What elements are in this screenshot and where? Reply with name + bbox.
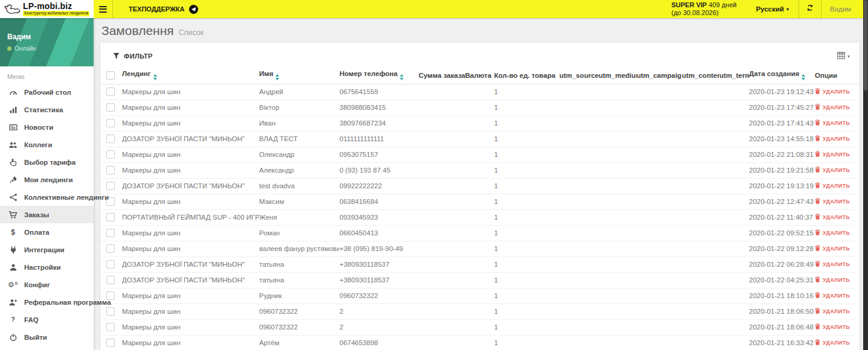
column-header[interactable]: Сумма заказа [419,69,465,84]
sidebar-item-logout[interactable]: Выйти [0,328,94,346]
delete-button[interactable]: УДАЛИТЬ [815,151,850,158]
cell-utm-content [682,178,719,194]
column-header[interactable]: Валюта [465,69,494,84]
trash-icon [815,276,820,284]
sidebar-item-my-landings[interactable]: Мои лендинги [0,171,94,188]
sidebar-item-orders[interactable]: Заказы [0,206,94,223]
sort-icon[interactable] [802,74,805,80]
column-header[interactable]: Номер телефона [339,69,419,84]
column-header[interactable]: Опции [815,69,860,84]
cell-utm-medium [599,178,637,194]
sidebar-item-settings[interactable]: Настройки [0,258,94,276]
sidebar-item-referral[interactable]: Реферальная программа [0,293,94,311]
cell-utm-term [719,147,749,162]
cell-phone: 0953075157 [339,147,419,162]
trash-icon [815,292,820,299]
delete-button[interactable]: УДАЛИТЬ [815,198,850,205]
sort-icon[interactable] [275,74,279,80]
cell-utm-source [559,288,599,304]
sidebar-item-payment[interactable]: $ Оплата [0,223,94,241]
cell-utm-term [719,194,749,209]
row-checkbox[interactable] [106,135,115,143]
delete-button[interactable]: УДАЛИТЬ [815,245,850,252]
delete-button[interactable]: УДАЛИТЬ [815,229,850,237]
sidebar-item-faq[interactable]: ? FAQ [0,311,94,328]
sidebar-item-dashboard[interactable]: Рабочий стол [0,83,94,101]
row-checkbox[interactable] [106,103,115,112]
row-checkbox[interactable] [106,260,115,269]
column-header[interactable]: Имя [259,69,339,84]
column-header[interactable]: utm_campaign [637,69,682,84]
row-checkbox[interactable] [106,166,115,174]
sidebar-item-config[interactable]: ⚙⚙ Конфиг [0,276,94,293]
column-header[interactable]: utm_medium [599,69,637,84]
sort-icon[interactable] [153,74,157,80]
row-checkbox[interactable] [106,119,115,127]
delete-button[interactable]: УДАЛИТЬ [815,292,850,299]
cell-utm-medium [599,162,637,178]
sidebar-item-integrations[interactable]: Интеграции [0,241,94,258]
delete-button[interactable]: УДАЛИТЬ [815,88,850,95]
delete-button[interactable]: УДАЛИТЬ [815,323,850,331]
sort-icon[interactable] [400,74,403,80]
cell-utm-content [682,304,719,319]
delete-button[interactable]: УДАЛИТЬ [815,214,850,221]
sidebar-item-tariff[interactable]: Выбор тарифа [0,153,94,171]
delete-button[interactable]: УДАЛИТЬ [815,135,850,142]
cell-order-sum [419,256,465,272]
language-selector[interactable]: Русский ▾ [746,5,798,13]
refresh-button[interactable] [799,0,821,18]
cell-utm-source [559,225,599,241]
scrollbar-thumb[interactable] [864,0,867,91]
logo[interactable]: LP-mobi.biz Конструктор мобильных лендин… [0,0,94,18]
cell-utm-campaign [637,115,682,131]
row-checkbox[interactable] [106,244,115,253]
row-checkbox[interactable] [106,150,115,159]
row-checkbox[interactable] [106,276,115,284]
column-header[interactable]: Дата создания [749,69,815,84]
cell-options: УДАЛИТЬ [815,84,860,100]
menu-toggle-icon[interactable] [94,0,112,18]
orders-icon [8,211,18,219]
cell-created: 2020-01-21 18:06:50 [749,304,815,319]
sidebar-item-news[interactable]: Новости [0,118,94,136]
row-select-cell [100,241,122,256]
select-all-checkbox[interactable] [106,71,115,80]
sidebar-item-collective-landings[interactable]: Коллективные лендинги [0,188,94,206]
delete-button[interactable]: УДАЛИТЬ [815,339,850,346]
delete-button[interactable]: УДАЛИТЬ [815,261,850,268]
logout-icon [8,333,18,342]
column-header[interactable]: utm_content [682,69,719,84]
topbar-username[interactable]: Вадим [821,5,860,13]
delete-button[interactable]: УДАЛИТЬ [815,119,850,127]
filter-button[interactable]: ФИЛЬТР [113,52,153,60]
row-checkbox[interactable] [106,339,115,347]
table-header-row: Лендинг Имя Номер телефона [100,69,860,84]
column-header[interactable]: utm_source [559,69,599,84]
cell-order-sum [419,178,465,194]
delete-button[interactable]: УДАЛИТЬ [815,182,850,189]
column-header[interactable]: Кол-во ед. товара [494,69,559,84]
column-header[interactable]: utm_term [719,69,749,84]
delete-button[interactable]: УДАЛИТЬ [815,104,850,111]
scrollbar[interactable] [863,0,868,350]
delete-button[interactable]: УДАЛИТЬ [815,276,850,284]
sidebar-item-colleagues[interactable]: Коллеги [0,136,94,153]
row-checkbox[interactable] [106,213,115,221]
delete-button[interactable]: УДАЛИТЬ [815,167,850,174]
row-checkbox[interactable] [106,182,115,190]
columns-toggle-button[interactable]: ▾ [837,51,850,62]
row-checkbox[interactable] [106,229,115,237]
cell-order-sum [419,100,465,115]
cell-order-sum [419,319,465,335]
row-checkbox[interactable] [106,88,115,96]
cell-utm-source [559,84,599,100]
support-button[interactable]: ТЕХПОДДЕРЖКА [113,5,211,14]
row-checkbox[interactable] [106,307,115,316]
row-checkbox[interactable] [106,323,115,331]
cell-utm-campaign [637,288,682,304]
sidebar-item-statistics[interactable]: Статистика [0,101,94,118]
column-header[interactable]: Лендинг [122,69,259,84]
delete-button[interactable]: УДАЛИТЬ [815,308,850,315]
cell-options: УДАЛИТЬ [815,256,860,272]
